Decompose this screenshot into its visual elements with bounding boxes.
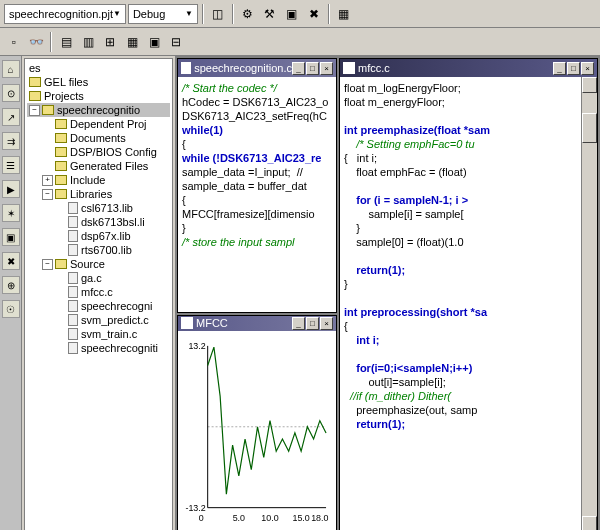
- sidebar-tool-icon[interactable]: ☰: [2, 156, 20, 174]
- toolbar-button[interactable]: ▦: [122, 32, 142, 52]
- close-icon[interactable]: ×: [320, 62, 333, 75]
- project-dropdown-value: speechrecognition.pjt: [9, 8, 113, 20]
- tree-item[interactable]: Dependent Proj: [40, 117, 170, 131]
- sidebar-tool-icon[interactable]: ☉: [2, 300, 20, 318]
- file-icon: [68, 244, 78, 256]
- titlebar[interactable]: mfcc.c _ □ ×: [340, 59, 597, 77]
- chevron-down-icon: ▼: [185, 9, 193, 18]
- folder-icon: [55, 133, 67, 143]
- toolbar-separator: [202, 4, 204, 24]
- tree-item[interactable]: Projects: [27, 89, 170, 103]
- close-icon[interactable]: ×: [581, 62, 594, 75]
- editor-window-speechrecognition: speechrecognition.c _ □ × /* Start the c…: [177, 58, 337, 313]
- editor-window-mfcc: mfcc.c _ □ × float m_logEnergyFloor;floa…: [339, 58, 598, 530]
- build-icon[interactable]: ⚙: [238, 4, 258, 24]
- sidebar-tool-icon[interactable]: ⇉: [2, 132, 20, 150]
- glasses-icon[interactable]: 👓: [26, 32, 46, 52]
- toolbar-project: speechrecognition.pjt ▼ Debug ▼ ◫ ⚙ ⚒ ▣ …: [0, 0, 600, 28]
- maximize-icon[interactable]: □: [567, 62, 580, 75]
- tree-file[interactable]: svm_train.c: [66, 327, 170, 341]
- collapse-icon[interactable]: −: [29, 105, 40, 116]
- collapse-icon[interactable]: −: [42, 189, 53, 200]
- tree-item[interactable]: +Include: [40, 173, 170, 187]
- code-editor[interactable]: /* Start the codec */hCodec = DSK6713_AI…: [178, 77, 336, 312]
- tree-file[interactable]: ga.c: [66, 271, 170, 285]
- toolbar-button[interactable]: ⊞: [100, 32, 120, 52]
- scrollbar-thumb[interactable]: [582, 113, 597, 143]
- toolbar-button[interactable]: ⊟: [166, 32, 186, 52]
- file-icon: [68, 216, 78, 228]
- folder-icon: [29, 77, 41, 87]
- rebuild-icon[interactable]: ⚒: [260, 4, 280, 24]
- minimize-icon[interactable]: _: [292, 62, 305, 75]
- tree-file[interactable]: dsk6713bsl.li: [66, 215, 170, 229]
- tree-item[interactable]: es: [27, 61, 170, 75]
- code-editor[interactable]: float m_logEnergyFloor;float m_energyFlo…: [340, 77, 581, 530]
- tree-item-project[interactable]: −speechrecognitio: [27, 103, 170, 117]
- tree-item[interactable]: Generated Files: [40, 159, 170, 173]
- sidebar-tool-icon[interactable]: ⌂: [2, 60, 20, 78]
- titlebar[interactable]: speechrecognition.c _ □ ×: [178, 59, 336, 77]
- file-icon: [68, 342, 78, 354]
- file-icon: [68, 314, 78, 326]
- sidebar-tool-icon[interactable]: ▣: [2, 228, 20, 246]
- toolbar-button[interactable]: ▣: [144, 32, 164, 52]
- folder-icon: [55, 189, 67, 199]
- tree-file[interactable]: speechrecogniti: [66, 341, 170, 355]
- window-title: MFCC: [196, 317, 228, 329]
- tree-file[interactable]: rts6700.lib: [66, 243, 170, 257]
- titlebar[interactable]: MFCC _ □ ×: [178, 316, 336, 331]
- toolbar-button[interactable]: ▥: [78, 32, 98, 52]
- tree-file[interactable]: svm_predict.c: [66, 313, 170, 327]
- sidebar-iconbar: ⌂ ⊙ ↗ ⇉ ☰ ▶ ✶ ▣ ✖ ⊕ ☉: [0, 56, 22, 530]
- tree-file[interactable]: mfcc.c: [66, 285, 170, 299]
- toolbar-button[interactable]: ▦: [334, 4, 354, 24]
- toolbar-button[interactable]: ▫: [4, 32, 24, 52]
- config-dropdown[interactable]: Debug ▼: [128, 4, 198, 24]
- sidebar-tool-icon[interactable]: ✶: [2, 204, 20, 222]
- tree-file[interactable]: csl6713.lib: [66, 201, 170, 215]
- sidebar-tool-icon[interactable]: ✖: [2, 252, 20, 270]
- window-title: speechrecognition.c: [194, 62, 292, 74]
- scroll-up-icon[interactable]: [582, 77, 597, 93]
- collapse-icon[interactable]: −: [42, 259, 53, 270]
- stop-icon[interactable]: ✖: [304, 4, 324, 24]
- toolbar-separator: [328, 4, 330, 24]
- sidebar-tool-icon[interactable]: ↗: [2, 108, 20, 126]
- chart-canvas[interactable]: 13.2-13.25.010.015.018.00: [178, 331, 336, 530]
- file-icon: [68, 202, 78, 214]
- scroll-down-icon[interactable]: [582, 516, 597, 530]
- tree-item[interactable]: −Libraries: [40, 187, 170, 201]
- minimize-icon[interactable]: _: [292, 317, 305, 330]
- chart-icon: [181, 317, 193, 329]
- sidebar-tool-icon[interactable]: ⊕: [2, 276, 20, 294]
- tree-item[interactable]: GEL files: [27, 75, 170, 89]
- project-tree[interactable]: es GEL files Projects −speechrecognitio …: [24, 58, 173, 530]
- svg-text:5.0: 5.0: [233, 513, 245, 523]
- file-icon: [68, 286, 78, 298]
- maximize-icon[interactable]: □: [306, 317, 319, 330]
- compile-icon[interactable]: ▣: [282, 4, 302, 24]
- tree-file[interactable]: dsp67x.lib: [66, 229, 170, 243]
- expand-icon[interactable]: +: [42, 175, 53, 186]
- svg-text:0: 0: [199, 513, 204, 523]
- minimize-icon[interactable]: _: [553, 62, 566, 75]
- maximize-icon[interactable]: □: [306, 62, 319, 75]
- vertical-scrollbar[interactable]: [581, 77, 597, 530]
- tree-item[interactable]: DSP/BIOS Config: [40, 145, 170, 159]
- toolbar-button[interactable]: ▤: [56, 32, 76, 52]
- svg-text:10.0: 10.0: [261, 513, 278, 523]
- project-dropdown[interactable]: speechrecognition.pjt ▼: [4, 4, 126, 24]
- toolbar-button[interactable]: ◫: [208, 4, 228, 24]
- folder-icon: [55, 119, 67, 129]
- tree-file[interactable]: speechrecogni: [66, 299, 170, 313]
- svg-text:15.0: 15.0: [293, 513, 310, 523]
- close-icon[interactable]: ×: [320, 317, 333, 330]
- file-icon: [343, 62, 355, 74]
- run-icon[interactable]: ▶: [2, 180, 20, 198]
- tree-item[interactable]: −Source: [40, 257, 170, 271]
- main-area: ⌂ ⊙ ↗ ⇉ ☰ ▶ ✶ ▣ ✖ ⊕ ☉ es GEL files Proje…: [0, 56, 600, 530]
- tree-item[interactable]: Documents: [40, 131, 170, 145]
- sidebar-tool-icon[interactable]: ⊙: [2, 84, 20, 102]
- svg-text:13.2: 13.2: [188, 340, 205, 350]
